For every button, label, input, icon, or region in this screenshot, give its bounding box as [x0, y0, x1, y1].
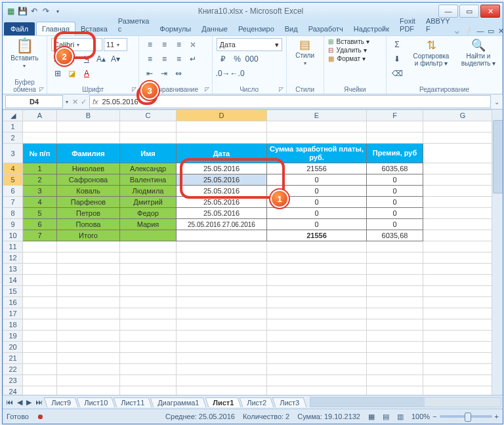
zoom-thumb[interactable] — [465, 413, 471, 422]
hdr-fam[interactable]: Фамилия — [57, 144, 120, 163]
zoom-slider[interactable] — [440, 415, 492, 418]
row-1[interactable]: 1 — [3, 121, 23, 132]
row-7[interactable]: 7 — [3, 197, 23, 208]
row-9[interactable]: 9 — [3, 219, 23, 230]
font-color-button[interactable]: A — [80, 67, 93, 80]
cell-C4[interactable]: Александр — [120, 163, 177, 174]
cell-B9[interactable]: Попова — [57, 219, 120, 230]
cell-E5[interactable]: 0 — [267, 174, 367, 186]
number-format-combo[interactable]: Дата▾ — [217, 38, 282, 51]
cell-A4[interactable]: 1 — [23, 163, 57, 174]
cell-A7[interactable]: 4 — [23, 197, 57, 208]
tab-developer[interactable]: Разработч — [303, 22, 348, 35]
cell-C8[interactable]: Федор — [120, 208, 177, 219]
row-4[interactable]: 4 — [3, 163, 23, 174]
row-18[interactable]: 18 — [3, 319, 23, 331]
cell-A6[interactable]: 3 — [23, 186, 57, 197]
cell-A8[interactable]: 5 — [23, 208, 57, 219]
row-12[interactable]: 12 — [3, 253, 23, 264]
row-22[interactable]: 22 — [3, 364, 23, 375]
view-layout-icon[interactable]: ▤ — [383, 413, 389, 421]
align-top-icon[interactable]: ≡ — [143, 38, 156, 51]
cells-format-button[interactable]: Формат ▾ — [337, 55, 366, 62]
fx-enter-icon[interactable]: ✓ — [81, 98, 87, 106]
cells-delete-button[interactable]: Удалить ▾ — [337, 47, 367, 54]
cell-A10[interactable]: 7 — [23, 230, 57, 241]
cell-F5[interactable]: 0 — [367, 174, 423, 186]
cell-E4[interactable]: 21556 — [267, 163, 367, 174]
zoom-out-icon[interactable]: − — [432, 413, 436, 420]
cell-D9[interactable]: 25.05.2016 27.06.2016 — [177, 219, 267, 230]
align-left-icon[interactable]: ≡ — [143, 52, 156, 66]
row-23[interactable]: 23 — [3, 375, 23, 386]
macro-record-icon[interactable]: ⏺ — [37, 413, 44, 420]
cell-E9[interactable]: 0 — [267, 219, 367, 230]
help-icon[interactable]: ❔ — [463, 27, 472, 35]
vscroll-thumb[interactable] — [493, 120, 503, 193]
tab-insert[interactable]: Вставка — [75, 22, 113, 35]
hscroll-thumb[interactable] — [310, 397, 425, 407]
row-17[interactable]: 17 — [3, 308, 23, 319]
align-center-icon[interactable]: ≡ — [158, 52, 171, 66]
row-2[interactable]: 2 — [3, 132, 23, 144]
tab-layout[interactable]: Разметка с — [113, 14, 155, 35]
hdr-date[interactable]: Дата — [177, 144, 267, 163]
sheet-tab[interactable]: Лист3 — [272, 397, 306, 407]
row-19[interactable]: 19 — [3, 331, 23, 342]
sheet-tab[interactable]: Диаграмма1 — [150, 397, 207, 407]
col-A[interactable]: A — [23, 110, 57, 121]
horizontal-scrollbar[interactable] — [310, 397, 501, 407]
sheet-nav-first-icon[interactable]: ⏮ — [4, 398, 15, 406]
maximize-button[interactable]: ▭ — [459, 5, 479, 18]
sheet-nav-next-icon[interactable]: ▶ — [24, 398, 33, 407]
cell-C6[interactable]: Людмила — [120, 186, 177, 197]
autosum-icon[interactable]: Σ — [390, 38, 404, 51]
cell-C5[interactable]: Валентина — [120, 174, 177, 186]
view-pagebreak-icon[interactable]: ▥ — [397, 413, 404, 421]
close-button[interactable]: ✕ — [480, 5, 500, 18]
tab-addins[interactable]: Надстройк — [348, 22, 394, 35]
fill-icon[interactable]: ⬇ — [390, 52, 404, 66]
row-5[interactable]: 5 — [3, 174, 23, 186]
cell-F4[interactable]: 6035,68 — [367, 163, 423, 174]
hdr-bonus[interactable]: Премия, руб — [367, 144, 423, 163]
font-launcher-icon[interactable]: ◸ — [131, 86, 137, 92]
tab-file[interactable]: Файл — [4, 22, 35, 35]
cell-B6[interactable]: Коваль — [57, 186, 120, 197]
tab-abbyy[interactable]: ABBYY F — [421, 14, 455, 35]
row-6[interactable]: 6 — [3, 186, 23, 197]
styles-button[interactable]: ▤ Стили ▾ — [291, 37, 320, 68]
tab-view[interactable]: Вид — [280, 22, 303, 35]
alignment-launcher-icon[interactable]: ◸ — [204, 86, 211, 92]
row-24[interactable]: 24 — [3, 386, 23, 396]
save-icon[interactable]: 💾 — [17, 6, 28, 16]
cell-D5[interactable]: 25.05.2016 — [177, 174, 267, 186]
col-B[interactable]: B — [57, 110, 120, 121]
cells-insert-button[interactable]: Вставить ▾ — [337, 38, 369, 45]
cell-B10[interactable]: Итого — [57, 230, 120, 241]
cell-E8[interactable]: 0 — [267, 208, 367, 219]
row-21[interactable]: 21 — [3, 353, 23, 364]
ribbon-minimize-icon[interactable]: ⌵ — [455, 27, 459, 35]
cell-F9[interactable]: 0 — [367, 219, 423, 230]
row-10[interactable]: 10 — [3, 230, 23, 241]
row-13[interactable]: 13 — [3, 264, 23, 275]
shrink-font-icon[interactable]: A▾ — [109, 52, 122, 66]
hdr-sum[interactable]: Сумма заработной платы, руб. — [267, 144, 367, 163]
cell-F8[interactable]: 0 — [367, 208, 423, 219]
vertical-scrollbar[interactable] — [492, 110, 503, 395]
col-F[interactable]: F — [367, 110, 423, 121]
hdr-name[interactable]: Имя — [120, 144, 177, 163]
sheet-tab[interactable]: Лист10 — [77, 397, 116, 407]
tab-formulas[interactable]: Формулы — [154, 22, 196, 35]
decrease-decimal-icon[interactable]: ←.0 — [231, 67, 244, 80]
cell-D7[interactable]: 25.05.2016 — [177, 197, 267, 208]
find-select-button[interactable]: 🔍 Найти и выделить ▾ — [459, 38, 498, 68]
row-15[interactable]: 15 — [3, 286, 23, 297]
tab-foxit[interactable]: Foxit PDF — [394, 14, 421, 35]
zoom-control[interactable]: 100% − + — [411, 413, 499, 420]
cell-C10[interactable] — [120, 230, 177, 241]
select-all-corner[interactable]: ◢ — [3, 110, 23, 121]
clipboard-launcher-icon[interactable]: ◸ — [39, 86, 45, 92]
sheet-nav-last-icon[interactable]: ⏭ — [33, 398, 45, 406]
